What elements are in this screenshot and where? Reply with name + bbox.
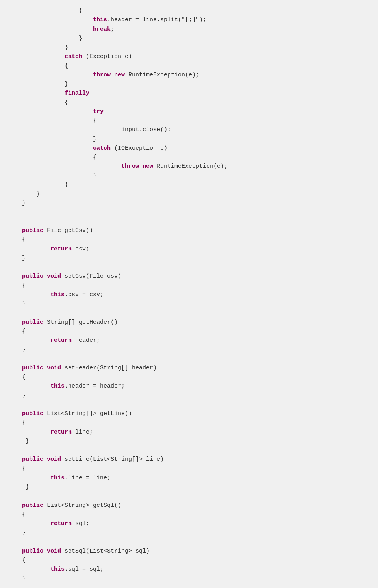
code-container: { this.header = line.split("[;]"); break… (0, 0, 378, 588)
code-block: { this.header = line.split("[;]"); break… (8, 6, 370, 583)
